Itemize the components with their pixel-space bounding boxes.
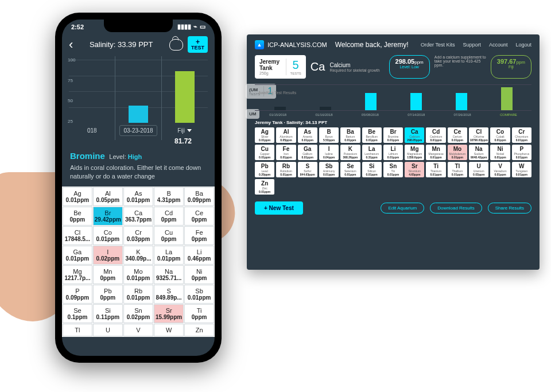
element-cell-co[interactable]: Co0.01ppm [93, 226, 123, 245]
element-cell-be[interactable]: Be0ppm [63, 207, 92, 226]
ptable-cell-na[interactable]: NaSodium9048.42ppm [469, 145, 488, 160]
element-cell-ca[interactable]: Ca363.7ppm [123, 207, 153, 226]
new-test-button[interactable]: + New Test [255, 201, 303, 215]
chart-date-picker[interactable]: 03-23-2018 [119, 125, 157, 136]
element-cell-i[interactable]: I0.02ppm [93, 246, 123, 265]
element-cell-se[interactable]: Se0.1ppm [63, 304, 92, 323]
ptable-cell-zn[interactable]: ZnZinc0.01ppm [255, 179, 274, 195]
element-cell-mg[interactable]: Mg1217.7p... [63, 265, 92, 284]
phone-notch [104, 20, 173, 32]
ptable-cell-v[interactable]: VVanadium0.01ppm [490, 162, 510, 177]
ptable-cell-sr[interactable]: SrStrontium4.65ppm [405, 162, 424, 177]
nav-order[interactable]: Order Test Kits [421, 42, 455, 48]
ptable-cell-mn[interactable]: MnManganese0.01ppm [426, 145, 445, 160]
element-cell-s[interactable]: S849.89p... [154, 285, 184, 304]
element-cell-fe[interactable]: Fe0ppm [184, 226, 214, 245]
ptable-cell-cu[interactable]: CuCopper0.01ppm [255, 145, 274, 160]
ptable-cell-br[interactable]: BrBromine0.01ppm [383, 127, 403, 143]
ptable-cell-mo[interactable]: MoMolybdenum0.01ppm [448, 145, 467, 160]
ptable-cell-ni[interactable]: NiNickel0.01ppm [490, 145, 510, 160]
element-cell-ga[interactable]: Ga0.01ppm [63, 246, 92, 265]
ptable-cell-sb[interactable]: SbAntimony0.01ppm [319, 162, 339, 177]
element-cell-as[interactable]: As0.01ppm [123, 187, 153, 206]
element-cell-mn[interactable]: Mn0ppm [93, 265, 123, 284]
nav-logout[interactable]: Logout [515, 42, 531, 48]
chart-bar-sample[interactable] [129, 106, 148, 123]
ptable-cell-rb[interactable]: RbRubidium0.01ppm [276, 162, 296, 177]
add-test-button[interactable]: + TEST [188, 36, 208, 53]
cloud-sync-icon[interactable] [169, 39, 183, 51]
ptable-cell-tl[interactable]: TlThallium0.01ppm [448, 162, 467, 177]
ptable-cell-i[interactable]: IIodine0.04ppm [319, 145, 339, 160]
element-cell-rb[interactable]: Rb0.01ppm [123, 285, 153, 304]
element-cell-b[interactable]: B4.31ppm [154, 187, 184, 206]
element-cell-v[interactable]: V [123, 324, 153, 336]
element-cell-cu[interactable]: Cu0ppm [154, 226, 184, 245]
ptable-cell-co[interactable]: CoCobalt0.01ppm [490, 127, 510, 143]
ptable-cell-ce[interactable]: CeCerium0.01ppm [448, 127, 467, 143]
ptable-cell-ca[interactable]: CaCalcium298.05ppm [405, 127, 424, 143]
ptable-cell-al[interactable]: AlAluminum0.05ppm [276, 127, 296, 143]
element-cell-sr[interactable]: Sr15.99ppm [154, 304, 184, 323]
ptable-cell-as[interactable]: AsArsenic0.01ppm [298, 127, 317, 143]
nav-support[interactable]: Support [463, 42, 481, 48]
ptable-cell-ba[interactable]: BaBarium0.01ppm [340, 127, 360, 143]
element-cell-pb[interactable]: Pb0ppm [93, 285, 123, 304]
tank-card-active[interactable]: Jeremy Tank 250g 5 TESTS [255, 55, 306, 79]
ptable-cell-la[interactable]: LaLanthanum0.31ppm [362, 145, 382, 160]
ptable-cell-ga[interactable]: GaGallium0.01ppm [298, 145, 317, 160]
chart-bar-compare[interactable] [175, 71, 195, 123]
ptable-cell-si[interactable]: SiSilicon0.01ppm [362, 162, 382, 177]
element-cell-si[interactable]: Si0.11ppm [93, 304, 123, 323]
element-cell-zn[interactable]: Zn [184, 324, 214, 336]
ptable-cell-k[interactable]: KPotassium368.26ppm [340, 145, 360, 160]
share-results-button[interactable]: Share Results [488, 203, 531, 214]
ptable-cell-cd[interactable]: CdCadmium0.01ppm [426, 127, 445, 143]
element-cell-sb[interactable]: Sb0.01ppm [184, 285, 214, 304]
element-cell-br[interactable]: Br29.42ppm [93, 207, 123, 226]
ptable-cell-mg[interactable]: MgMagnesium1350.6ppm [405, 145, 424, 160]
element-cell-sn[interactable]: Sn0.02ppm [123, 304, 153, 323]
compare-selector[interactable]: Fiji [161, 127, 208, 134]
ptable-cell-se[interactable]: SeSelenium0.01ppm [340, 162, 360, 177]
element-cell-k[interactable]: K340.09p... [123, 246, 153, 265]
ptable-cell-s[interactable]: SSulfur844.63ppm [298, 162, 317, 177]
element-cell-cl[interactable]: Cl17848.5... [63, 226, 92, 245]
element-cell-ni[interactable]: Ni0ppm [184, 265, 214, 284]
ptable-cell-cl[interactable]: ClChlorine18796.63ppm [469, 127, 488, 143]
element-cell-cd[interactable]: Cd0ppm [154, 207, 184, 226]
element-cell-li[interactable]: Li0.46ppm [184, 246, 214, 265]
chart-x-prev[interactable]: 018 [69, 127, 115, 134]
ptable-cell-w[interactable]: WTungsten0.01ppm [512, 162, 531, 177]
element-cell-la[interactable]: La0.01ppm [154, 246, 184, 265]
element-cell-ba[interactable]: Ba0.09ppm [184, 187, 214, 206]
element-cell-tl[interactable]: Tl [63, 324, 92, 336]
download-results-button[interactable]: Download Results [430, 203, 482, 214]
ptable-cell-be[interactable]: BeBeryllium0.01ppm [362, 127, 382, 143]
element-cell-ce[interactable]: Ce0ppm [184, 207, 214, 226]
nav-account[interactable]: Account [489, 42, 508, 48]
ptable-cell-b[interactable]: BBoron5.53ppm [319, 127, 339, 143]
back-button[interactable]: ‹ [69, 37, 73, 52]
element-cell-cr[interactable]: Cr0.03ppm [123, 226, 153, 245]
element-cell-ag[interactable]: Ag0.01ppm [63, 187, 92, 206]
ptable-cell-ti[interactable]: TiTitanium0.01ppm [426, 162, 445, 177]
element-cell-w[interactable]: W [154, 324, 184, 336]
ptable-cell-sn[interactable]: SnTin0.01ppm [383, 162, 403, 177]
element-cell-p[interactable]: P0.09ppm [63, 285, 92, 304]
edit-aquarium-button[interactable]: Edit Aquarium [381, 203, 424, 214]
element-cell-mo[interactable]: Mo0.01ppm [123, 265, 153, 284]
element-cell-ti[interactable]: Ti0ppm [184, 304, 214, 323]
element-cell-na[interactable]: Na9325.71... [154, 265, 184, 284]
ptable-cell-u[interactable]: UUranium0.02ppm [469, 162, 488, 177]
ptable-cell-ag[interactable]: AgSilver0.01ppm [255, 127, 274, 143]
tank-test-count: 5 [293, 59, 299, 71]
ptable-cell-pb[interactable]: PbLead0.20ppm [255, 162, 274, 177]
element-cell-al[interactable]: Al0.05ppm [93, 187, 123, 206]
ptable-cell-li[interactable]: LiLithium0.01ppm [383, 145, 403, 160]
ptable-cell-cr[interactable]: CrChromium0.01ppm [512, 127, 531, 143]
ptable-cell-p[interactable]: PPhosphorus0.01ppm [512, 145, 531, 160]
ptable-cell-fe[interactable]: FeIron0.01ppm [276, 145, 296, 160]
element-cell-u[interactable]: U [93, 324, 123, 336]
compare-pill[interactable]: 397.67ppm Fiji [491, 55, 531, 79]
